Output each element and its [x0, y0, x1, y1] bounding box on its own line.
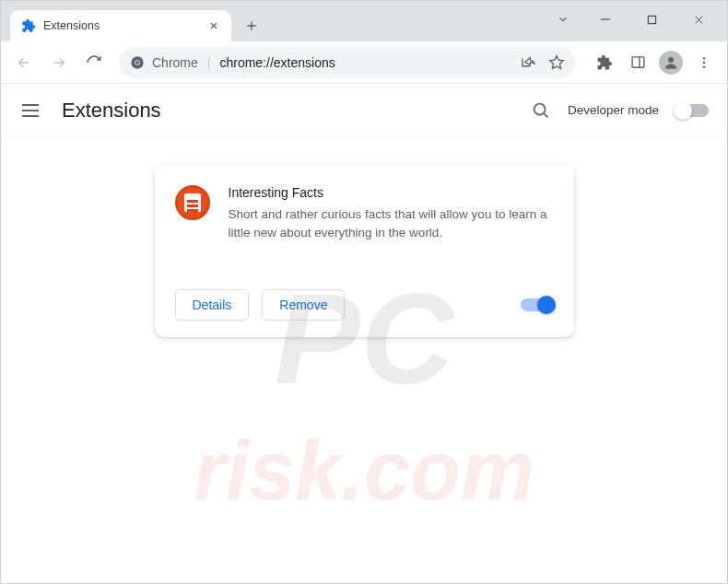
menu-button[interactable] [19, 99, 41, 122]
extension-description: Short and rather curious facts that will… [229, 205, 554, 243]
toolbar: Chrome | chrome://extensions [1, 41, 727, 84]
search-button[interactable] [531, 100, 551, 121]
extension-enable-toggle[interactable] [521, 298, 554, 311]
extension-card: Interesting Facts Short and rather curio… [155, 165, 574, 337]
address-bar[interactable]: Chrome | chrome://extensions [119, 47, 576, 78]
puzzle-icon [21, 18, 36, 33]
extension-icon [175, 185, 210, 220]
page-header: Extensions Developer mode [1, 84, 727, 137]
details-button[interactable]: Details [175, 289, 250, 321]
content-area: PC risk.com Interesting Facts Short and … [1, 137, 727, 583]
svg-point-3 [135, 61, 139, 64]
kebab-menu-button[interactable] [688, 47, 720, 78]
svg-point-9 [534, 103, 546, 114]
svg-rect-0 [648, 16, 655, 23]
profile-button[interactable] [655, 47, 687, 78]
remove-button[interactable]: Remove [262, 289, 345, 321]
sidepanel-icon[interactable] [622, 47, 653, 78]
developer-mode-toggle[interactable] [675, 104, 709, 117]
close-window-button[interactable] [678, 6, 720, 33]
maximize-button[interactable] [631, 6, 673, 33]
forward-button[interactable] [43, 47, 75, 78]
browser-tab[interactable]: Extensions [10, 10, 231, 41]
extension-name: Interesting Facts [229, 185, 554, 200]
avatar-icon [659, 51, 683, 75]
reload-button[interactable] [78, 47, 110, 78]
svg-point-8 [703, 65, 705, 67]
share-icon[interactable] [520, 54, 535, 70]
svg-rect-4 [632, 57, 644, 67]
svg-point-6 [703, 57, 705, 59]
extensions-page: Extensions Developer mode PC risk.com [1, 84, 727, 583]
chevron-down-icon[interactable] [547, 6, 579, 33]
tab-title: Extensions [43, 19, 198, 32]
star-icon[interactable] [548, 54, 565, 71]
url-text: Chrome | chrome://extensions [152, 55, 335, 70]
close-tab-button[interactable] [205, 18, 222, 34]
svg-point-7 [703, 61, 705, 63]
svg-point-5 [668, 57, 674, 63]
page-title: Extensions [62, 99, 161, 123]
titlebar: Extensions [1, 1, 727, 41]
window-controls [547, 1, 727, 38]
chrome-icon [130, 55, 145, 70]
new-tab-button[interactable] [239, 13, 264, 39]
extensions-icon[interactable] [589, 47, 620, 78]
browser-window: Extensions [0, 0, 728, 584]
developer-mode-label: Developer mode [568, 103, 659, 117]
minimize-button[interactable] [584, 6, 626, 33]
back-button[interactable] [8, 47, 40, 78]
